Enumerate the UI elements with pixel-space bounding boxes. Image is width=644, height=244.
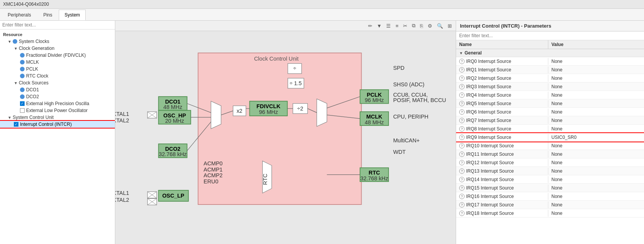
- general-group-header: ▼ General: [456, 49, 644, 57]
- osc-lp-label: OSC_LP: [162, 193, 184, 199]
- param-name-irq18: ?IRQ18 Interrupt Source: [456, 210, 548, 217]
- question-icon: ?: [459, 101, 465, 106]
- ext-high-precision-checkbox[interactable]: ✓: [20, 101, 25, 106]
- param-name-irq17: ?IRQ17 Interrupt Source: [456, 201, 548, 208]
- pclk-label: PCLK: [26, 66, 38, 72]
- toolbar-list-btn[interactable]: ≡: [394, 22, 400, 30]
- multican-label: MultiCAN+: [393, 137, 420, 143]
- param-row-irq13: ?IRQ13 Interrupt SourceNone: [456, 167, 644, 175]
- right-panel-title: Interrupt Control (INTCR) - Parameters: [456, 21, 644, 31]
- param-row-irq3: ?IRQ3 Interrupt SourceNone: [456, 82, 644, 91]
- param-row-irq11: ?IRQ11 Interrupt SourceNone: [456, 150, 644, 158]
- question-icon: ?: [459, 92, 465, 98]
- param-value-irq18: None: [548, 210, 644, 217]
- toolbar-zoom-btn[interactable]: 🔍: [435, 22, 445, 30]
- clock-generation-label: Clock Generation: [19, 46, 55, 51]
- tab-pins[interactable]: Pins: [38, 10, 58, 20]
- interrupt-control-label: Interrupt Control (INTCR): [20, 122, 72, 127]
- tree-ext-high-precision[interactable]: ✓ External High Precision Oscilla: [0, 100, 115, 107]
- expand-icon-2: ▼: [14, 46, 18, 51]
- system-clocks-icon: [13, 39, 17, 44]
- dco2-freq: 32.768 kHz: [159, 151, 187, 157]
- toolbar-layout-btn[interactable]: ☰: [385, 22, 392, 30]
- system-control-unit-label: System Control Unit: [13, 115, 54, 120]
- dco2-label: DCO2: [26, 94, 39, 99]
- system-clocks-label: System Clocks: [19, 39, 49, 44]
- left-filter-input[interactable]: [0, 21, 115, 30]
- rtc-freq: 32.768 kHz: [360, 175, 388, 181]
- param-name-irq3: ?IRQ3 Interrupt Source: [456, 83, 548, 90]
- param-name-irq7: ?IRQ7 Interrupt Source: [456, 117, 548, 124]
- acmp0-label: ACMP0: [204, 160, 222, 167]
- toolbar-cut-btn[interactable]: ✂: [402, 22, 409, 30]
- dco2-icon: [20, 94, 25, 99]
- param-value-irq3: None: [548, 83, 644, 90]
- toolbar-copy-btn[interactable]: ⧉: [410, 22, 417, 30]
- tree-ext-low-power[interactable]: External Low Power Oscillator: [0, 107, 115, 114]
- toolbar-edit-btn[interactable]: ✏: [367, 22, 374, 30]
- tree-clock-sources[interactable]: ▼ Clock Sources: [0, 79, 115, 86]
- tree-system-clocks[interactable]: ▼ System Clocks: [0, 38, 115, 45]
- tree-system-control-unit[interactable]: ▼ System Control Unit: [0, 114, 115, 121]
- eru0-label: ERU0: [204, 178, 218, 185]
- posif-label: POSIF, MATH, BCCU: [393, 97, 446, 103]
- mclk-icon: [20, 60, 25, 64]
- toolbar-grid-btn[interactable]: ⊞: [446, 22, 453, 30]
- x2-label: x2: [237, 108, 242, 114]
- diagram-area: Clock Control Unit ÷ ÷ 1.5 x2 FDIVCLK 96…: [115, 31, 456, 244]
- tree-rtc-clock[interactable]: RTC Clock: [0, 73, 115, 79]
- ext-low-power-checkbox[interactable]: [20, 108, 25, 113]
- dco1-label: DCO1: [26, 87, 39, 92]
- param-row-irq0: ?IRQ0 Interrupt SourceNone: [456, 57, 644, 66]
- param-name-irq5: ?IRQ5 Interrupt Source: [456, 100, 548, 107]
- param-row-irq12: ?IRQ12 Interrupt SourceNone◻: [456, 158, 644, 167]
- question-icon: ?: [459, 177, 465, 182]
- general-group-label: General: [465, 50, 482, 56]
- xtal2-label: XTAL2: [115, 117, 129, 124]
- param-row-irq16: ?IRQ16 Interrupt SourceNone: [456, 192, 644, 201]
- question-icon: ?: [459, 143, 465, 148]
- right-filter-input[interactable]: [456, 31, 644, 40]
- tree-dco2[interactable]: DCO2: [0, 93, 115, 100]
- tab-system[interactable]: System: [59, 10, 86, 20]
- ext-high-precision-label: External High Precision Oscilla: [26, 101, 89, 106]
- question-icon: ?: [459, 67, 465, 73]
- tree-clock-generation[interactable]: ▼ Clock Generation: [0, 45, 115, 52]
- param-value-irq14: None: [548, 176, 644, 183]
- expand-icon-3: ▼: [14, 81, 18, 85]
- clock-diagram: Clock Control Unit ÷ ÷ 1.5 x2 FDIVCLK 96…: [115, 31, 456, 244]
- tree-mclk[interactable]: MCLK: [0, 59, 115, 66]
- question-icon: ?: [459, 160, 465, 165]
- svg-marker-9: [317, 99, 327, 127]
- tab-peripherals[interactable]: Peripherals: [2, 10, 37, 20]
- interrupt-control-checkbox[interactable]: ✓: [14, 122, 18, 127]
- dco1-freq: 48 MHz: [163, 104, 182, 110]
- param-row-irq17: ?IRQ17 Interrupt SourceNone: [456, 201, 644, 209]
- tree-pclk[interactable]: PCLK: [0, 66, 115, 73]
- tree-interrupt-control[interactable]: ✓ Interrupt Control (INTCR): [0, 121, 115, 128]
- dco1-icon: [20, 87, 25, 92]
- question-icon: ?: [459, 59, 465, 64]
- toolbar-filter-btn[interactable]: ▼: [375, 22, 383, 30]
- param-row-irq10: ?IRQ10 Interrupt SourceNone: [456, 142, 644, 150]
- window-title: XMC1404-Q064x0200: [3, 2, 49, 7]
- param-row-irq1: ?IRQ1 Interrupt SourceNone: [456, 66, 644, 74]
- tree-dco1[interactable]: DCO1: [0, 86, 115, 93]
- param-name-irq4: ?IRQ4 Interrupt Source: [456, 92, 548, 99]
- fdivclk-freq: 96 MHz: [259, 109, 278, 115]
- toolbar-settings-btn[interactable]: ⚙: [426, 22, 434, 30]
- param-row-irq8: ?IRQ8 Interrupt SourceNone: [456, 125, 644, 133]
- toolbar-paste-btn[interactable]: ⎘: [418, 22, 425, 30]
- param-value-irq15: None: [548, 185, 644, 191]
- param-value-irq9[interactable]: USIC0_SR0: [548, 134, 644, 141]
- div2-label: ÷2: [297, 106, 303, 112]
- rtc-xtal1-label: RTC_XTAL1: [115, 190, 129, 196]
- param-name-irq2: ?IRQ2 Interrupt Source: [456, 75, 548, 82]
- tree-fractional-divider[interactable]: Fractional Divider (FDIVCLK): [0, 52, 115, 59]
- param-row-irq14: ?IRQ14 Interrupt SourceNone: [456, 175, 644, 184]
- main-layout: Resource ▼ System Clocks ▼ Clock Generat…: [0, 21, 644, 244]
- pclk-freq: 96 MHz: [365, 97, 383, 103]
- param-row-irq2: ?IRQ2 Interrupt SourceNone: [456, 74, 644, 82]
- question-icon: ?: [459, 168, 465, 174]
- param-name-irq9: ?IRQ9 Interrupt Source: [456, 134, 548, 141]
